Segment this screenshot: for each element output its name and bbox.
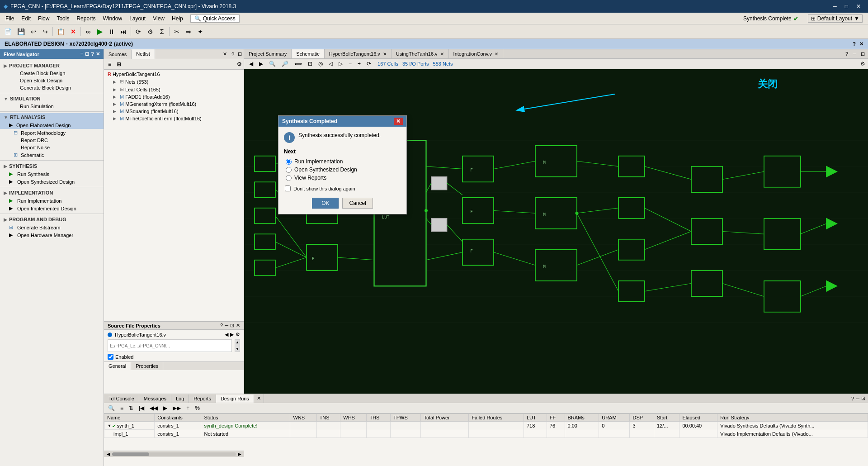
hscroll-right-icon[interactable]: ▶ <box>236 452 243 456</box>
dont-show-checkbox[interactable] <box>285 185 291 191</box>
loop-button[interactable]: ∞ <box>83 27 94 37</box>
radio-view-reports[interactable]: View Reports <box>286 175 401 181</box>
menu-layout[interactable]: Layout <box>126 14 149 23</box>
netlist-leafcells-item[interactable]: ▶ ⊞ Leaf Cells (165) <box>104 86 244 93</box>
quick-access-box[interactable]: 🔍 Quick Access <box>190 14 240 23</box>
flow-nav-float-icon[interactable]: ⊡ <box>85 51 89 57</box>
nav-item-open-hardware-manager[interactable]: ▶ Open Hardware Manager <box>0 231 104 239</box>
enabled-checkbox-label[interactable]: Enabled <box>108 354 240 360</box>
view-help-icon[interactable]: ? <box>844 51 849 57</box>
elaborated-settings-icon[interactable]: ✕ <box>859 41 863 47</box>
nav-item-report-noise[interactable]: Report Noise <box>0 144 104 151</box>
design-runs-close-icon[interactable]: ✕ <box>254 394 264 403</box>
tab-log[interactable]: Log <box>171 395 189 403</box>
dr-percent-btn[interactable]: % <box>193 404 202 412</box>
tab-messages[interactable]: Messages <box>139 395 171 403</box>
sources-filter-btn[interactable]: ≡ <box>106 60 113 68</box>
dr-down-btn[interactable]: ⇅ <box>127 404 136 412</box>
table-row[interactable]: impl_1 constrs_1 Not started <box>104 430 868 438</box>
io-ports-stat[interactable]: 35 I/O Ports <box>402 61 429 67</box>
dialog-close-button[interactable]: ✕ <box>394 118 403 125</box>
netlist-msquaring-item[interactable]: ▶ M MSquaring (floatMult16) <box>104 108 244 115</box>
netlist-panel-close-icon[interactable]: ✕ <box>220 50 230 58</box>
tab-reports[interactable]: Reports <box>189 395 216 403</box>
radio-run-implementation[interactable]: Run Implementation <box>286 158 401 165</box>
nav-item-generate-block-design[interactable]: Generate Block Design <box>0 84 104 91</box>
radio-open-synthesized[interactable]: Open Synthesized Design <box>286 166 401 173</box>
cells-stat[interactable]: 167 Cells <box>377 61 398 67</box>
refresh-button[interactable]: ⟳ <box>133 27 144 37</box>
tab-project-summary[interactable]: Project Summary <box>244 49 292 58</box>
flow-nav-help-icon[interactable]: ? <box>91 51 94 57</box>
menu-edit[interactable]: Edit <box>18 14 34 23</box>
nav-section-synthesis-title[interactable]: ▶ SYNTHESIS <box>0 162 104 170</box>
new-button[interactable]: 📄 <box>2 27 14 37</box>
src-props-prev-icon[interactable]: ◀ <box>225 332 228 338</box>
netlist-panel-float-icon[interactable]: ⊡ <box>236 50 244 58</box>
tab-usingtanh-close-icon[interactable]: ✕ <box>440 52 444 57</box>
nav-item-run-simulation[interactable]: Run Simulation <box>0 103 104 110</box>
enabled-checkbox[interactable] <box>108 354 113 360</box>
view-zoom-in-btn[interactable]: 🔍 <box>267 60 278 68</box>
radio-run-impl-input[interactable] <box>286 159 292 165</box>
close-button[interactable]: ✕ <box>853 2 864 10</box>
forward-button[interactable]: ⇒ <box>183 27 194 37</box>
view-fit-horizontal-btn[interactable]: ⟺ <box>292 60 304 68</box>
hscroll-left-icon[interactable]: ◀ <box>105 452 112 456</box>
nav-item-report-methodology[interactable]: ⊟ Report Methodology <box>0 129 104 137</box>
view-back-btn[interactable]: ◀ <box>247 60 255 68</box>
view-minus-btn[interactable]: − <box>346 60 354 68</box>
settings-button[interactable]: ⚙ <box>145 27 156 37</box>
nav-item-generate-bitstream[interactable]: ⊞ Generate Bitstream <box>0 223 104 231</box>
radio-open-synth-input[interactable] <box>286 167 292 173</box>
netlist-fadd1-item[interactable]: ▶ M FADD1 (floatAdd16) <box>104 93 244 100</box>
dr-next-btn[interactable]: ▶▶ <box>170 404 183 412</box>
dialog-cancel-button[interactable]: Cancel <box>342 198 373 209</box>
nets-stat[interactable]: 553 Nets <box>433 61 453 67</box>
view-plus-btn[interactable]: + <box>355 60 363 68</box>
nav-section-simulation-title[interactable]: ▼ SIMULATION <box>0 95 104 103</box>
dr-prev-btn[interactable]: ◀◀ <box>147 404 160 412</box>
save-button[interactable]: 💾 <box>15 27 27 37</box>
src-props-next-icon[interactable]: ▶ <box>230 332 234 338</box>
tab-usingtanh[interactable]: UsingTheTanh16.v ✕ <box>392 49 449 58</box>
layout-dropdown[interactable]: ⊞ Default Layout ▼ <box>808 14 863 23</box>
nav-section-project-manager-title[interactable]: ▶ PROJECT MANAGER <box>0 62 104 70</box>
bottom-panel-help-icon[interactable]: ? <box>851 396 854 401</box>
view-minimize-icon[interactable]: ─ <box>851 51 858 57</box>
table-row[interactable]: ▼ ✔ synth_1 constrs_1 synth_design Compl… <box>104 422 868 430</box>
dr-search-btn[interactable]: 🔍 <box>106 404 117 412</box>
view-settings-icon[interactable]: ⚙ <box>860 61 865 67</box>
menu-window[interactable]: Window <box>99 14 126 23</box>
hscroll-thumb[interactable] <box>112 452 149 456</box>
menu-tools[interactable]: Tools <box>53 14 73 23</box>
cut-button[interactable]: ✂ <box>171 27 182 37</box>
src-props-close-icon[interactable]: ✕ <box>236 323 240 328</box>
netlist-panel-help-icon[interactable]: ? <box>230 51 236 58</box>
tab-hyperbolic-close-icon[interactable]: ✕ <box>383 52 387 57</box>
menu-flow[interactable]: Flow <box>34 14 53 23</box>
view-maximize-icon[interactable]: ⊡ <box>859 51 866 57</box>
undo-button[interactable]: ↩ <box>28 27 39 37</box>
tab-design-runs[interactable]: Design Runs <box>216 395 254 403</box>
nav-section-program-debug-title[interactable]: ▶ PROGRAM AND DEBUG <box>0 215 104 223</box>
sigma-button[interactable]: Σ <box>156 27 167 37</box>
step-button[interactable]: ⏸ <box>106 27 117 37</box>
tab-tcl-console[interactable]: Tcl Console <box>104 395 139 403</box>
nav-section-rtl-analysis-title[interactable]: ▼ RTL ANALYSIS <box>0 113 104 121</box>
sources-settings-icon[interactable]: ⚙ <box>237 61 242 67</box>
redo-button[interactable]: ↪ <box>40 27 51 37</box>
nav-item-create-block-design[interactable]: Create Block Design <box>0 70 104 77</box>
tab-integrationconv[interactable]: IntegrationConv.v ✕ <box>449 49 503 58</box>
src-props-scrollbar[interactable]: ▲ ▼ <box>235 339 240 352</box>
star-button[interactable]: ✦ <box>195 27 206 37</box>
sources-expand-btn[interactable]: ⊞ <box>114 60 123 68</box>
view-zoom-out-btn[interactable]: 🔎 <box>279 60 291 68</box>
props-tab-general[interactable]: General <box>104 362 131 370</box>
help-icon[interactable]: ? <box>853 41 856 47</box>
flow-nav-pin-icon[interactable]: ≡ <box>80 51 83 57</box>
tab-hyperbolic[interactable]: HyperBolicTangent16.v ✕ <box>325 49 392 58</box>
bottom-panel-max-icon[interactable]: ⊡ <box>861 395 865 401</box>
netlist-nets-item[interactable]: ▶ ⊞ Nets (553) <box>104 78 244 86</box>
nav-section-implementation-title[interactable]: ▶ IMPLEMENTATION <box>0 189 104 197</box>
